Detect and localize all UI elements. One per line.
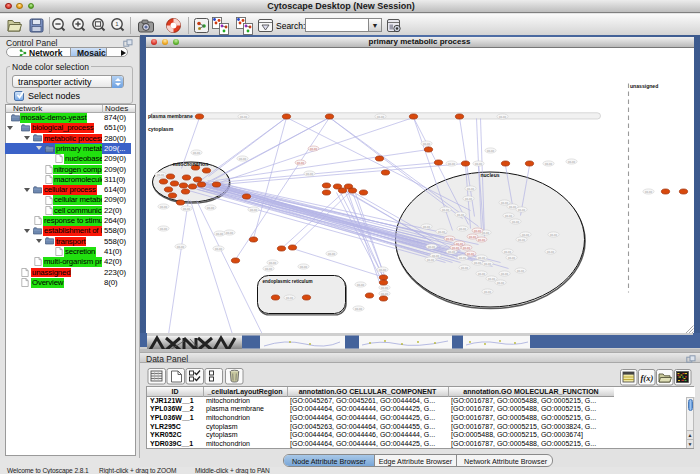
svg-text:xx-xx: xx-xx <box>547 249 554 253</box>
svg-text:xx-xx: xx-xx <box>306 171 313 175</box>
svg-text:mitochondrion: mitochondrion <box>172 161 208 167</box>
svg-text:xx-xx: xx-xx <box>465 196 472 200</box>
svg-text:xx-xx: xx-xx <box>488 276 495 280</box>
svg-text:xx-xx: xx-xx <box>226 230 233 234</box>
svg-text:xx-xx: xx-xx <box>177 244 184 248</box>
svg-text:xx-xx: xx-xx <box>522 232 529 236</box>
svg-text:xx-xx: xx-xx <box>484 261 491 265</box>
svg-text:xx-xx: xx-xx <box>459 255 466 259</box>
svg-text:xx-xx: xx-xx <box>160 226 167 230</box>
svg-text:xx-xx: xx-xx <box>357 282 364 286</box>
svg-text:xx-xx: xx-xx <box>240 114 247 118</box>
svg-text:xx-xx: xx-xx <box>423 141 430 145</box>
svg-text:xx-xx: xx-xx <box>193 150 200 154</box>
svg-text:xx-xx: xx-xx <box>499 114 506 118</box>
svg-text:xx-xx: xx-xx <box>518 237 525 241</box>
svg-text:xx-xx: xx-xx <box>518 207 525 211</box>
svg-text:xx-xx: xx-xx <box>297 160 304 164</box>
svg-text:xx-xx: xx-xx <box>442 207 449 211</box>
svg-text:xx-xx: xx-xx <box>310 146 317 150</box>
svg-text:xx-xx: xx-xx <box>379 267 386 271</box>
svg-text:xx-xx: xx-xx <box>328 251 335 255</box>
svg-text:xx-xx: xx-xx <box>501 271 508 275</box>
svg-text:xx-xx: xx-xx <box>509 204 516 208</box>
svg-text:xx-xx: xx-xx <box>459 226 466 230</box>
svg-text:xx-xx: xx-xx <box>239 156 246 160</box>
svg-text:xx-xx: xx-xx <box>478 271 485 275</box>
svg-text:xx-xx: xx-xx <box>474 228 481 232</box>
svg-text:xx-xx: xx-xx <box>463 245 470 249</box>
svg-text:xx-xx: xx-xx <box>207 205 214 209</box>
svg-text:xx-xx: xx-xx <box>550 232 557 236</box>
svg-text:xx-xx: xx-xx <box>265 266 272 270</box>
svg-text:xx-xx: xx-xx <box>508 255 515 259</box>
svg-text:xx-xx: xx-xx <box>504 249 511 253</box>
svg-text:xx-xx: xx-xx <box>381 291 388 295</box>
svg-text:xx-xx: xx-xx <box>215 246 222 250</box>
svg-text:xx-xx: xx-xx <box>469 234 476 238</box>
svg-text:Search:: Search: <box>276 21 305 31</box>
svg-text:xx-xx: xx-xx <box>457 212 464 216</box>
svg-text:xx-xx: xx-xx <box>446 236 453 240</box>
svg-text:xx-xx: xx-xx <box>645 189 652 193</box>
svg-text:nucleus: nucleus <box>480 171 499 177</box>
svg-text:cytoplasm: cytoplasm <box>148 126 174 132</box>
svg-text:xx-xx: xx-xx <box>423 224 430 228</box>
svg-text:xx-xx: xx-xx <box>467 251 474 255</box>
svg-text:xx-xx: xx-xx <box>355 306 362 310</box>
svg-text:xx-xx: xx-xx <box>269 260 276 264</box>
svg-text:xx-xx: xx-xx <box>475 161 482 165</box>
svg-text:xx-xx: xx-xx <box>461 265 468 269</box>
svg-text:xx-xx: xx-xx <box>482 230 489 234</box>
svg-text:endoplasmic reticulum: endoplasmic reticulum <box>262 279 312 284</box>
svg-text:f(x): f(x) <box>641 373 654 383</box>
svg-text:xx-xx: xx-xx <box>568 159 575 163</box>
svg-text:xx-xx: xx-xx <box>428 244 435 248</box>
svg-text:plasma membrane: plasma membrane <box>148 112 193 118</box>
svg-text:xx-xx: xx-xx <box>381 285 388 289</box>
svg-text:xx-xx: xx-xx <box>478 255 485 259</box>
svg-text:xx-xx: xx-xx <box>501 200 508 204</box>
svg-text:xx-xx: xx-xx <box>474 260 481 264</box>
svg-text:xx-xx: xx-xx <box>286 295 293 299</box>
svg-text:xx-xx: xx-xx <box>545 161 552 165</box>
svg-text:xx-xx: xx-xx <box>448 161 455 165</box>
svg-text:xx-xx: xx-xx <box>517 268 524 272</box>
svg-text:xx-xx: xx-xx <box>505 213 512 217</box>
svg-text:xx-xx: xx-xx <box>484 289 491 293</box>
svg-text:xx-xx: xx-xx <box>452 245 459 249</box>
svg-text:xx-xx: xx-xx <box>487 148 494 152</box>
svg-text:xx-xx: xx-xx <box>438 229 445 233</box>
svg-text:xx-xx: xx-xx <box>478 237 485 241</box>
svg-text:xx-xx: xx-xx <box>467 186 474 190</box>
svg-text:xx-xx: xx-xx <box>300 264 307 268</box>
svg-text:xx-xx: xx-xx <box>512 219 519 223</box>
svg-text:xx-xx: xx-xx <box>157 172 164 176</box>
svg-text:xx-xx: xx-xx <box>497 280 504 284</box>
svg-text:xx-xx: xx-xx <box>216 231 223 235</box>
svg-text:xx-xx: xx-xx <box>183 206 190 210</box>
svg-text:xx-xx: xx-xx <box>427 257 434 261</box>
svg-text:xx-xx: xx-xx <box>160 204 167 208</box>
svg-text:xx-xx: xx-xx <box>250 207 257 211</box>
svg-text:xx-xx: xx-xx <box>377 114 384 118</box>
svg-text:unassigned: unassigned <box>630 83 658 89</box>
